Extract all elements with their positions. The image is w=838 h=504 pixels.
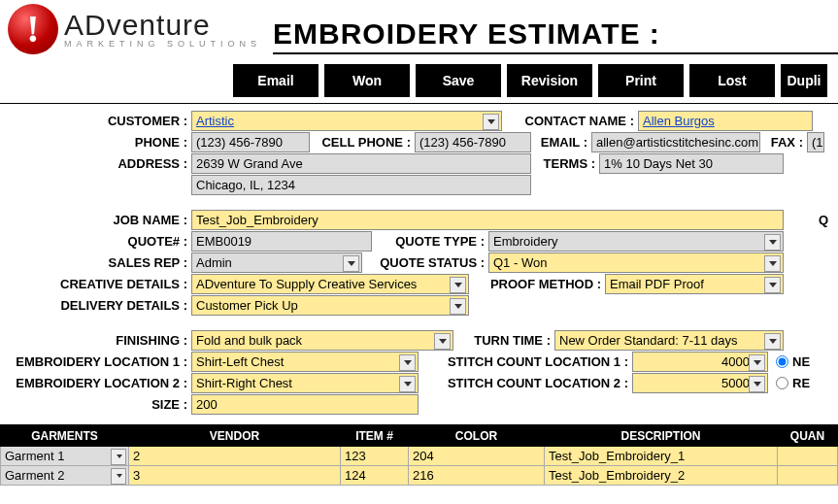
label-terms: TERMS — [531, 156, 599, 171]
item-cell[interactable]: 123 — [341, 447, 409, 466]
creative-select[interactable]: ADventure To Supply Creative Services — [191, 274, 469, 294]
label-embloc1: EMBROIDERY LOCATION 1 — [0, 354, 191, 369]
quoteno-field: EMB0019 — [191, 231, 372, 252]
lost-button[interactable]: Lost — [689, 64, 775, 97]
label-contact: CONTACT NAME — [502, 114, 638, 128]
form: CUSTOMER Artistic CONTACT NAME Allen Bur… — [0, 104, 838, 486]
contact-link[interactable]: Allen Burgos — [643, 114, 715, 128]
stitch2-field[interactable]: 5000 — [632, 373, 768, 393]
label-size: SIZE — [0, 397, 191, 412]
label-quotetype: QUOTE TYPE — [372, 234, 488, 249]
vendor-cell[interactable]: 2 — [129, 447, 341, 466]
label-delivery: DELIVERY DETAILS — [0, 298, 191, 313]
header: ! ADventure MARKETING SOLUTIONS EMBROIDE… — [0, 0, 838, 62]
address1-field[interactable]: 2639 W Grand Ave — [191, 153, 531, 174]
label-stitch1: STITCH COUNT LOCATION 1 — [419, 354, 632, 369]
revision-button[interactable]: Revision — [507, 64, 592, 97]
radio-ne[interactable] — [776, 355, 788, 368]
label-fax: FAX — [760, 135, 807, 150]
quotestatus-select[interactable]: Q1 - Won — [488, 252, 784, 273]
quotetype-select[interactable]: Embroidery — [488, 231, 784, 252]
label-quoteno: QUOTE# — [0, 234, 191, 249]
quant-cell[interactable] — [778, 466, 838, 486]
label-finishing: FINISHING — [0, 333, 191, 348]
turn-select[interactable]: New Order Standard: 7-11 days — [554, 330, 784, 351]
th-vendor: VENDOR — [129, 425, 341, 447]
finishing-select[interactable]: Fold and bulk pack — [191, 330, 453, 351]
garment-select[interactable]: Garment 2 — [1, 466, 129, 486]
th-garments: GARMENTS — [1, 425, 129, 447]
label-creative: CREATIVE DETAILS — [0, 277, 191, 291]
th-item: ITEM # — [341, 425, 409, 447]
logo-brand-b: venture — [107, 9, 211, 41]
label-q-side: Q — [784, 213, 832, 227]
embloc1-select[interactable]: Shirt-Left Chest — [191, 352, 419, 372]
customer-link[interactable]: Artistic — [196, 114, 234, 128]
fax-field[interactable]: (1 — [807, 132, 824, 152]
label-jobname: JOB NAME — [0, 213, 191, 227]
proof-select[interactable]: Email PDF Proof — [605, 274, 784, 294]
garment-select[interactable]: Garment 1 — [1, 447, 129, 466]
label-re: RE — [792, 376, 810, 390]
terms-field[interactable]: 1% 10 Days Net 30 — [599, 153, 784, 174]
garments-table: GARMENTS VENDOR ITEM # COLOR DESCRIPTION… — [0, 424, 838, 486]
vendor-cell[interactable]: 3 — [129, 466, 341, 486]
th-color: COLOR — [409, 425, 545, 447]
quant-cell[interactable] — [778, 447, 838, 466]
won-button[interactable]: Won — [324, 64, 410, 97]
delivery-select[interactable]: Customer Pick Up — [191, 295, 469, 316]
size-field[interactable]: 200 — [191, 394, 419, 415]
contact-field[interactable]: Allen Burgos — [638, 111, 813, 131]
logo-icon: ! — [8, 4, 58, 54]
label-salesrep: SALES REP — [0, 255, 191, 270]
toolbar: Email Won Save Revision Print Lost Dupli — [0, 62, 838, 99]
logo: ! ADventure MARKETING SOLUTIONS — [8, 4, 261, 54]
cell-field[interactable]: (123) 456-7890 — [415, 132, 531, 152]
label-embloc2: EMBROIDERY LOCATION 2 — [0, 376, 191, 390]
th-quant: QUAN — [778, 425, 838, 447]
embloc2-select[interactable]: Shirt-Right Chest — [191, 373, 419, 393]
radio-re[interactable] — [776, 377, 788, 389]
label-stitch2: STITCH COUNT LOCATION 2 — [419, 376, 632, 390]
label-quotestatus: QUOTE STATUS — [362, 255, 488, 270]
phone-field[interactable]: (123) 456-7890 — [191, 132, 310, 152]
customer-select[interactable]: Artistic — [191, 111, 502, 131]
color-cell[interactable]: 216 — [409, 466, 545, 486]
print-button[interactable]: Print — [598, 64, 684, 97]
label-email: EMAIL — [531, 135, 591, 150]
email-field[interactable]: allen@artisticstitchesinc.com — [591, 132, 760, 152]
th-desc: DESCRIPTION — [545, 425, 778, 447]
item-cell[interactable]: 124 — [341, 466, 409, 486]
stitch1-field[interactable]: 4000 — [632, 352, 768, 372]
desc-cell[interactable]: Test_Job_Embroidery_1 — [545, 447, 778, 466]
label-turn: TURN TIME — [453, 333, 554, 348]
jobname-field[interactable]: Test_Job_Embroidery — [191, 210, 784, 230]
logo-text: ADventure MARKETING SOLUTIONS — [64, 11, 261, 49]
label-proof: PROOF METHOD — [469, 277, 605, 291]
label-cell: CELL PHONE — [310, 135, 415, 150]
email-button[interactable]: Email — [233, 64, 318, 97]
duplicate-button[interactable]: Dupli — [781, 64, 827, 97]
color-cell[interactable]: 204 — [409, 447, 545, 466]
logo-brand-a: AD — [64, 9, 107, 41]
label-customer: CUSTOMER — [0, 114, 191, 128]
save-button[interactable]: Save — [416, 64, 501, 97]
label-ne: NE — [792, 354, 810, 369]
desc-cell[interactable]: Test_Job_Embroidery_2 — [545, 466, 778, 486]
label-address: ADDRESS — [0, 156, 191, 171]
table-row: Garment 1 2 123 204 Test_Job_Embroidery_… — [1, 447, 838, 466]
page-title: EMBROIDERY ESTIMATE : — [273, 17, 838, 54]
table-row: Garment 2 3 124 216 Test_Job_Embroidery_… — [1, 466, 838, 486]
logo-tagline: MARKETING SOLUTIONS — [64, 40, 261, 49]
salesrep-select[interactable]: Admin — [191, 252, 362, 273]
address2-field[interactable]: Chicago, IL, 1234 — [191, 175, 531, 195]
label-phone: PHONE — [0, 135, 191, 150]
